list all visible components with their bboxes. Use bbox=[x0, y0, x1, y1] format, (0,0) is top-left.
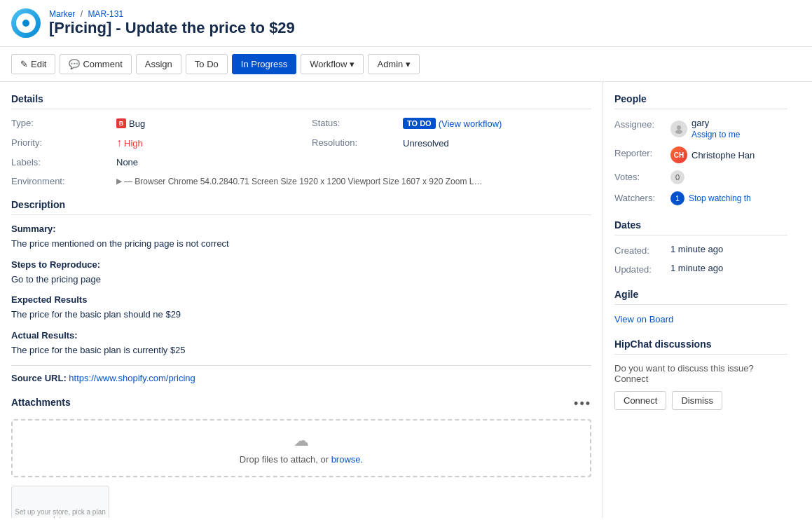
actual-block: Actual Results: The price for the basic … bbox=[11, 330, 591, 357]
admin-button[interactable]: Admin ▾ bbox=[368, 54, 420, 74]
breadcrumb-title: Marker / MAR-131 [Pricing] - Update the … bbox=[49, 9, 295, 37]
agile-section: Agile View on Board bbox=[614, 289, 787, 324]
labels-value: None bbox=[116, 156, 305, 169]
hipchat-text: Do you want to discuss this issue? Conne… bbox=[614, 363, 787, 384]
connect-button[interactable]: Connect bbox=[614, 391, 666, 410]
hipchat-buttons: Connect Dismiss bbox=[614, 391, 787, 410]
actual-text: The price for the basic plan is currentl… bbox=[11, 343, 591, 357]
logo bbox=[11, 8, 41, 38]
type-value: B Bug bbox=[116, 116, 305, 130]
watchers-row: Watchers: 1 Stop watching th bbox=[614, 191, 787, 205]
actual-heading: Actual Results: bbox=[11, 330, 591, 341]
view-board-link[interactable]: View on Board bbox=[614, 314, 673, 324]
top-header: Marker / MAR-131 [Pricing] - Update the … bbox=[0, 0, 812, 47]
main-layout: Details Type: B Bug Status: TO DO (View … bbox=[0, 82, 812, 518]
summary-text: The price mentioned on the pricing page … bbox=[11, 237, 591, 251]
view-workflow-link[interactable]: (View workflow) bbox=[439, 118, 502, 129]
bug-icon: B bbox=[116, 118, 126, 128]
reporter-value: CH Christophe Han bbox=[670, 146, 787, 163]
attachment-thumbnail[interactable]: Set up your store, pick a plan later bbox=[11, 486, 109, 519]
assign-to-me-link[interactable]: Assign to me bbox=[691, 130, 740, 139]
watchers-value: 1 Stop watching th bbox=[670, 191, 787, 205]
people-title: People bbox=[614, 93, 787, 109]
browse-link[interactable]: browse. bbox=[331, 454, 364, 465]
attachments-section: Attachments ••• ☁ Drop files to attach, … bbox=[11, 397, 591, 519]
stop-watching-link[interactable]: Stop watching th bbox=[689, 193, 751, 203]
drop-text: Drop files to attach, or bbox=[240, 454, 331, 465]
source-url-link[interactable]: https://www.shopify.com/pricing bbox=[69, 373, 195, 383]
resolution-label: Resolution: bbox=[312, 136, 396, 150]
hipchat-section: HipChat discussions Do you want to discu… bbox=[614, 338, 787, 410]
expected-heading: Expected Results bbox=[11, 294, 591, 305]
breadcrumb-project[interactable]: Marker bbox=[49, 9, 75, 19]
hipchat-title: HipChat discussions bbox=[614, 338, 787, 355]
watchers-count: 1 bbox=[670, 191, 684, 205]
reporter-name: Christophe Han bbox=[691, 150, 755, 160]
description-section-title: Description bbox=[11, 199, 591, 215]
reporter-label: Reporter: bbox=[614, 146, 670, 158]
people-section: People Assignee: gary Assign to me Repor… bbox=[614, 93, 787, 205]
votes-label: Votes: bbox=[614, 170, 670, 182]
page-title: [Pricing] - Update the price to $29 bbox=[49, 19, 295, 37]
summary-heading: Summary: bbox=[11, 224, 591, 234]
summary-block: Summary: The price mentioned on the pric… bbox=[11, 224, 591, 251]
status-badge: TO DO bbox=[403, 118, 436, 129]
inprogress-button[interactable]: In Progress bbox=[232, 54, 296, 74]
description-section: Description Summary: The price mentioned… bbox=[11, 199, 591, 385]
comment-icon: 💬 bbox=[69, 59, 80, 69]
expected-text: The price for the basic plan should ne $… bbox=[11, 308, 591, 322]
reporter-row: Reporter: CH Christophe Han bbox=[614, 146, 787, 163]
steps-heading: Steps to Reproduce: bbox=[11, 259, 591, 270]
dismiss-button[interactable]: Dismiss bbox=[672, 391, 722, 410]
todo-button[interactable]: To Do bbox=[186, 54, 228, 74]
thumb-content: Set up your store, pick a plan later bbox=[12, 486, 109, 519]
steps-block: Steps to Reproduce: Go to the pricing pa… bbox=[11, 259, 591, 287]
priority-value: ↑ High bbox=[116, 136, 305, 150]
attachments-more-button[interactable]: ••• bbox=[574, 397, 591, 411]
drop-zone[interactable]: ☁ Drop files to attach, or browse. bbox=[11, 419, 591, 477]
upload-icon: ☁ bbox=[24, 432, 579, 450]
expand-icon: ▶ bbox=[116, 177, 122, 186]
breadcrumb: Marker / MAR-131 bbox=[49, 9, 295, 19]
votes-row: Votes: 0 bbox=[614, 170, 787, 184]
created-label: Created: bbox=[614, 244, 670, 256]
workflow-button[interactable]: Workflow ▾ bbox=[301, 54, 364, 74]
steps-text: Go to the pricing page bbox=[11, 273, 591, 287]
labels-label: Labels: bbox=[11, 156, 109, 169]
votes-value: 0 bbox=[670, 170, 787, 184]
source-url-row: Source URL: https://www.shopify.com/pric… bbox=[11, 371, 591, 385]
watchers-label: Watchers: bbox=[614, 191, 670, 203]
updated-value: 1 minute ago bbox=[670, 263, 723, 273]
assignee-avatar bbox=[670, 121, 687, 137]
updated-row: Updated: 1 minute ago bbox=[614, 263, 787, 275]
status-value: TO DO (View workflow) bbox=[403, 116, 591, 130]
content-area: Details Type: B Bug Status: TO DO (View … bbox=[0, 82, 603, 518]
chevron-down-icon: ▾ bbox=[406, 59, 411, 69]
environment-value: ▶ — Browser Chrome 54.0.2840.71 Screen S… bbox=[116, 175, 591, 188]
assign-button[interactable]: Assign bbox=[136, 54, 181, 74]
expected-block: Expected Results The price for the basic… bbox=[11, 294, 591, 322]
priority-label: Priority: bbox=[11, 136, 109, 150]
comment-button[interactable]: 💬 Comment bbox=[60, 54, 131, 74]
assignee-name: gary bbox=[691, 118, 709, 128]
toolbar: ✎ Edit 💬 Comment Assign To Do In Progres… bbox=[0, 47, 812, 82]
updated-label: Updated: bbox=[614, 263, 670, 275]
details-section-title: Details bbox=[11, 93, 591, 109]
assignee-row: Assignee: gary Assign to me bbox=[614, 118, 787, 139]
breadcrumb-issue[interactable]: MAR-131 bbox=[88, 9, 123, 19]
votes-count: 0 bbox=[670, 170, 684, 184]
priority-arrow-icon: ↑ bbox=[116, 137, 122, 149]
edit-button[interactable]: ✎ Edit bbox=[11, 54, 55, 74]
resolution-value: Unresolved bbox=[403, 136, 591, 150]
attachments-title: Attachments bbox=[11, 397, 71, 412]
agile-title: Agile bbox=[614, 289, 787, 305]
created-value: 1 minute ago bbox=[670, 244, 723, 254]
edit-icon: ✎ bbox=[20, 59, 28, 69]
assignee-label: Assignee: bbox=[614, 118, 670, 130]
source-url-label: Source URL: bbox=[11, 373, 67, 383]
attachments-header: Attachments ••• bbox=[11, 397, 591, 412]
environment-label: Environment: bbox=[11, 175, 109, 188]
chevron-down-icon: ▾ bbox=[350, 59, 355, 69]
svg-point-1 bbox=[675, 130, 682, 134]
dates-section: Dates Created: 1 minute ago Updated: 1 m… bbox=[614, 219, 787, 275]
